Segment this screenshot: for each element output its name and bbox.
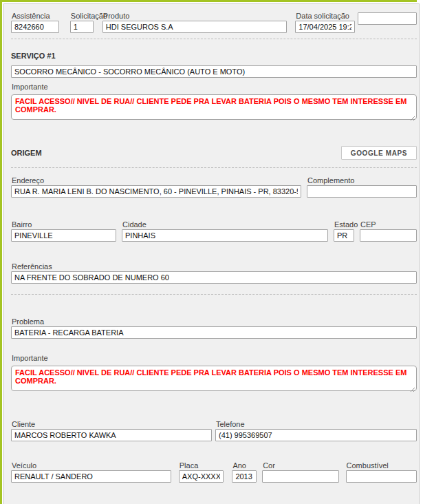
service-important-textarea[interactable]: FACIL ACESSO// NIVEL DE RUA// CLIENTE PE… (11, 94, 417, 120)
placa-field: Placa (179, 461, 224, 483)
vehicle-row: Veículo Placa Ano Cor Combustível (11, 461, 417, 483)
data-solicitacao-label: Data solicitação (296, 12, 355, 20)
origin-important-label: Importante (12, 354, 417, 362)
problem-row: Problema (11, 317, 417, 339)
origin-important-textarea-wrap: FACIL ACESSO// NIVEL DE RUA// CLIENTE PE… (11, 363, 417, 394)
endereco-field: Endereço (11, 176, 301, 198)
accent-top-bar (0, 0, 417, 2)
veiculo-label: Veículo (12, 461, 171, 470)
cidade-field: Cidade (122, 220, 328, 242)
combustivel-field: Combustível (346, 461, 417, 483)
estado-field: Estado (334, 220, 354, 242)
endereco-label: Endereço (12, 176, 301, 185)
service-important-label: Importante (12, 83, 417, 91)
estado-label: Estado (334, 220, 354, 229)
assistencia-label: Assistência (12, 12, 59, 20)
problema-input[interactable] (11, 326, 417, 339)
endereco-input[interactable] (11, 185, 301, 198)
cidade-input[interactable] (122, 229, 328, 242)
cidade-label: Cidade (122, 220, 328, 229)
telefone-field: Telefone (215, 420, 417, 441)
cep-field: CEP (360, 220, 417, 242)
bairro-label: Bairro (12, 220, 116, 229)
assistance-form-page: Assistência Solicitação Produto Data sol… (0, 0, 423, 504)
referencias-field: Referências (11, 262, 417, 284)
ano-input[interactable] (232, 470, 257, 483)
data-solicitacao-field: Data solicitação (295, 12, 355, 33)
divider (11, 167, 417, 168)
problema-field: Problema (11, 317, 417, 339)
cor-input[interactable] (262, 470, 338, 483)
origin-important-field: Importante FACIL ACESSO// NIVEL DE RUA//… (11, 354, 417, 394)
veiculo-input[interactable] (11, 470, 171, 483)
assistencia-field: Assistência (11, 12, 59, 33)
cliente-field: Cliente (11, 420, 212, 441)
client-row: Cliente Telefone (11, 420, 417, 441)
complemento-label: Complemento (307, 176, 417, 185)
references-row: Referências (11, 262, 417, 284)
origin-important-textarea[interactable]: FACIL ACESSO// NIVEL DE RUA// CLIENTE PE… (11, 366, 417, 391)
solicitacao-input[interactable] (70, 21, 94, 33)
complemento-input[interactable] (307, 185, 417, 198)
ano-field: Ano (232, 461, 257, 483)
origin-important-row: Importante FACIL ACESSO// NIVEL DE RUA//… (11, 354, 417, 394)
cor-label: Cor (263, 461, 338, 470)
cor-field: Cor (262, 461, 338, 483)
cep-label: CEP (360, 220, 417, 229)
service-important-textarea-wrap: FACIL ACESSO// NIVEL DE RUA// CLIENTE PE… (11, 92, 417, 123)
servico-section-title: SERVIÇO #1 (11, 52, 417, 61)
district-city-row: Bairro Cidade Estado CEP (11, 220, 417, 242)
origem-section-title: ORIGEM (11, 149, 42, 158)
data-solicitacao-secondary-field (358, 12, 417, 25)
google-maps-button[interactable]: GOOGLE MAPS (341, 146, 417, 160)
combustivel-label: Combustível (347, 461, 417, 470)
header-row: Assistência Solicitação Produto Data sol… (11, 12, 417, 33)
referencias-input[interactable] (11, 271, 417, 284)
veiculo-field: Veículo (11, 461, 171, 483)
service-row (11, 65, 417, 78)
placa-label: Placa (180, 461, 224, 470)
produto-label: Produto (103, 12, 287, 20)
assistencia-input[interactable] (11, 21, 59, 33)
service-important-field: Importante FACIL ACESSO// NIVEL DE RUA//… (11, 83, 417, 123)
cliente-input[interactable] (11, 429, 212, 441)
data-solicitacao-input[interactable] (295, 21, 355, 33)
service-important-row: Importante FACIL ACESSO// NIVEL DE RUA//… (11, 83, 417, 123)
divider (11, 294, 417, 295)
solicitacao-field: Solicitação (70, 12, 94, 33)
data-solicitacao-secondary-input[interactable] (358, 12, 417, 25)
cep-input[interactable] (360, 229, 417, 242)
complemento-field: Complemento (307, 176, 417, 198)
cliente-label: Cliente (12, 420, 212, 428)
estado-input[interactable] (334, 229, 354, 242)
service-field (11, 65, 417, 78)
form-panel: Assistência Solicitação Produto Data sol… (3, 3, 420, 504)
telefone-input[interactable] (215, 429, 417, 441)
solicitacao-label: Solicitação (71, 12, 94, 20)
bairro-input[interactable] (11, 229, 116, 242)
produto-input[interactable] (102, 21, 287, 33)
accent-left-bar (0, 0, 2, 504)
divider (11, 39, 417, 39)
referencias-label: Referências (12, 262, 417, 271)
bairro-field: Bairro (11, 220, 116, 242)
address-row: Endereço Complemento (11, 176, 417, 198)
ano-label: Ano (232, 461, 257, 470)
telefone-label: Telefone (216, 420, 417, 428)
origem-header-row: ORIGEM GOOGLE MAPS (11, 146, 417, 160)
placa-input[interactable] (179, 470, 224, 483)
produto-field: Produto (102, 12, 287, 33)
problema-label: Problema (12, 317, 417, 326)
combustivel-input[interactable] (346, 470, 417, 483)
service-input[interactable] (11, 65, 417, 78)
